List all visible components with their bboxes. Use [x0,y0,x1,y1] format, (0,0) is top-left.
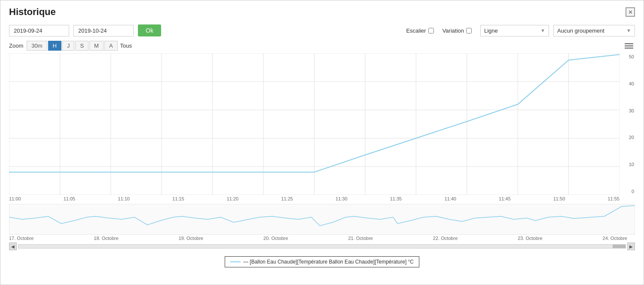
zoom-btn-m[interactable]: M [89,41,104,51]
legend: — [Ballon Eau Chaude][Température Ballon… [0,253,644,269]
variation-checkbox[interactable] [466,28,472,33]
y-label-20: 20 [621,135,634,140]
zoom-btn-j[interactable]: J [62,41,75,51]
close-button[interactable]: ✕ [626,7,635,17]
minimap-label-23: 23. Octobre [518,236,542,241]
zoom-btn-30m[interactable]: 30m [27,41,47,51]
scrollbar-row: ◀ ▶ [9,243,635,250]
minimap-svg [9,204,635,230]
x-label-1145: 11:45 [499,196,511,201]
y-axis: 50 40 30 20 10 0 [620,53,635,195]
zoom-btn-tous[interactable]: Tous [120,42,132,49]
ligne-label: Ligne [484,27,498,34]
minimap-label-19: 19. Octobre [179,236,203,241]
zoom-label: Zoom [9,42,23,49]
x-axis: 11:00 11:05 11:10 11:15 11:20 11:25 11:3… [0,195,644,201]
y-label-40: 40 [621,81,634,86]
y-label-30: 30 [621,108,634,113]
minimap-label-24: 24. Octobre [603,236,627,241]
scroll-left-arrow[interactable]: ◀ [9,243,17,250]
legend-text: — [Ballon Eau Chaude][Température Ballon… [243,259,414,265]
hamburger-menu-icon[interactable] [623,42,635,50]
variation-label: Variation [443,27,464,34]
minimap-label-22: 22. Octobre [433,236,458,241]
y-label-0: 0 [621,189,634,194]
variation-group: Variation [443,27,472,34]
minimap-labels: 17. Octobre 18. Octobre 19. Octobre 20. … [0,235,644,241]
ligne-chevron-icon: ▼ [540,28,545,33]
x-label-1115: 11:15 [172,196,184,201]
minimap-label-21: 21. Octobre [348,236,372,241]
x-label-1100: 11:00 [9,196,21,201]
chart-container: 50 40 30 20 10 0 [9,53,635,195]
y-label-10: 10 [621,162,634,167]
x-label-1150: 11:50 [553,196,565,201]
groupement-dropdown[interactable]: Aucun groupement ▼ [553,25,635,36]
date-end-input[interactable] [73,25,134,36]
minimap-label-18: 18. Octobre [94,236,118,241]
escalier-group: Escalier [406,27,433,34]
legend-item: — [Ballon Eau Chaude][Température Ballon… [225,256,419,267]
chart-svg [9,53,620,195]
x-label-1140: 11:40 [444,196,456,201]
x-label-1135: 11:35 [390,196,402,201]
legend-line-color [230,261,241,262]
ok-button[interactable]: Ok [138,24,161,36]
minimap-label-20: 20. Octobre [263,236,288,241]
escalier-label: Escalier [406,27,426,34]
escalier-checkbox[interactable] [428,28,434,33]
zoom-btn-s[interactable]: S [75,41,89,51]
hamburger-line-1 [625,43,633,44]
scroll-track[interactable] [18,244,626,249]
minimap [9,204,635,235]
ligne-dropdown[interactable]: Ligne ▼ [480,25,549,36]
date-start-input[interactable] [9,25,69,36]
x-label-1155: 11:55 [607,196,620,201]
zoom-btn-a[interactable]: A [104,41,118,51]
hamburger-line-2 [625,45,633,46]
x-label-1110: 11:10 [118,196,130,201]
main-window: Historique ✕ Ok Escalier Variation Ligne… [0,0,644,285]
x-label-1105: 11:05 [64,196,76,201]
x-label-1130: 11:30 [336,196,348,201]
page-title: Historique [9,6,56,18]
title-bar: Historique ✕ [0,0,644,22]
scroll-thumb[interactable] [613,245,626,248]
minimap-label-17: 17. Octobre [9,236,34,241]
zoom-btn-h[interactable]: H [48,41,61,51]
groupement-chevron-icon: ▼ [626,28,631,33]
zoom-row: Zoom 30m H J S M A Tous [0,39,644,52]
scroll-right-arrow[interactable]: ▶ [627,243,635,250]
controls-row: Ok Escalier Variation Ligne ▼ Aucun grou… [0,22,644,39]
groupement-label: Aucun groupement [557,27,604,34]
x-label-1125: 11:25 [281,196,293,201]
x-label-1120: 11:20 [227,196,239,201]
y-label-50: 50 [621,54,634,59]
hamburger-line-3 [625,48,633,49]
